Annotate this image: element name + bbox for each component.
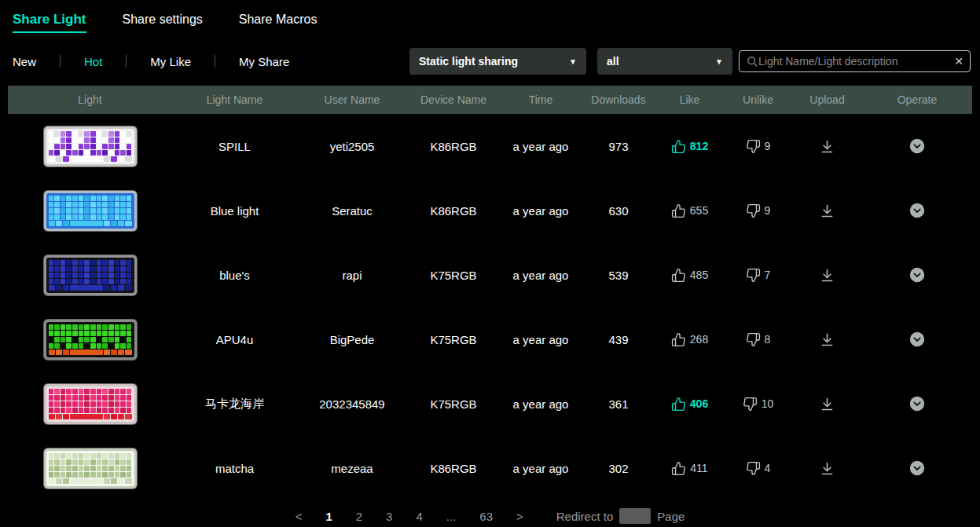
col-downloads: Downloads: [582, 93, 655, 106]
download-button[interactable]: [792, 267, 862, 284]
app-root: Share Light Share settings Share Macros …: [0, 0, 980, 524]
chevron-circle-icon: [908, 202, 926, 219]
device-name: K86RGB: [407, 462, 500, 475]
operate-button[interactable]: [862, 137, 972, 155]
light-type-dropdown[interactable]: Static light sharing ▼: [409, 48, 586, 75]
unlike-cell[interactable]: 8: [724, 332, 792, 347]
chevron-circle-icon: [908, 266, 926, 284]
unlike-count: 7: [765, 269, 771, 281]
filter-my-share[interactable]: My Share: [239, 55, 289, 68]
time: a year ago: [500, 269, 582, 282]
chevron-circle-icon: [908, 459, 926, 477]
light-name: Blue light: [172, 204, 297, 218]
keyboard-thumbnail[interactable]: [8, 255, 172, 295]
col-device-name: Device Name: [407, 93, 500, 106]
download-button[interactable]: [792, 331, 862, 348]
time: a year ago: [500, 462, 582, 475]
like-cell[interactable]: 812: [655, 139, 724, 154]
operate-button[interactable]: [862, 395, 972, 412]
device-value: all: [607, 55, 619, 68]
redirect-page-input[interactable]: [619, 508, 651, 524]
unlike-cell[interactable]: 7: [724, 268, 792, 283]
time: a year ago: [500, 333, 582, 346]
download-button[interactable]: [792, 396, 862, 412]
redirect-label: Redirect to: [556, 510, 614, 523]
page-2[interactable]: 2: [356, 510, 362, 523]
download-button[interactable]: [792, 460, 862, 477]
col-time: Time: [500, 93, 582, 106]
search-input[interactable]: [758, 55, 949, 68]
thumbs-up-icon: [671, 203, 686, 218]
light-name: APU4u: [172, 333, 297, 346]
keyboard-thumbnail[interactable]: [8, 191, 172, 231]
like-cell[interactable]: 485: [655, 268, 724, 283]
like-cell[interactable]: 406: [655, 397, 724, 412]
unlike-count: 8: [765, 333, 771, 346]
unlike-count: 9: [765, 204, 771, 217]
page-1[interactable]: 1: [325, 510, 332, 523]
chevron-circle-icon: [908, 331, 926, 348]
chevron-down-icon: ▼: [715, 57, 723, 66]
like-count: 411: [690, 462, 707, 474]
downloads-count: 439: [582, 333, 655, 346]
page-4[interactable]: 4: [416, 510, 422, 523]
download-button[interactable]: [792, 203, 862, 219]
thumbs-up-icon: [671, 268, 686, 283]
light-type-value: Static light sharing: [419, 55, 518, 68]
tab-share-settings[interactable]: Share settings: [123, 13, 203, 27]
like-cell[interactable]: 655: [655, 203, 724, 218]
like-cell[interactable]: 268: [655, 332, 724, 347]
unlike-cell[interactable]: 4: [724, 461, 792, 476]
time: a year ago: [500, 140, 582, 153]
page-3[interactable]: 3: [386, 510, 392, 523]
next-page-button[interactable]: >: [516, 510, 523, 523]
user-name: mezeaa: [297, 462, 407, 475]
prev-page-button[interactable]: <: [295, 510, 303, 523]
keyboard-thumbnail[interactable]: [8, 320, 172, 360]
chevron-circle-icon: [908, 137, 926, 155]
downloads-count: 630: [582, 204, 655, 218]
unlike-count: 10: [762, 397, 774, 410]
download-button[interactable]: [792, 138, 862, 155]
unlike-cell[interactable]: 10: [724, 397, 792, 412]
keyboard-thumbnail[interactable]: [8, 448, 172, 489]
tab-share-macros[interactable]: Share Macros: [239, 13, 317, 27]
table-row: blue's rapi K75RGB a year ago 539 485 7: [8, 243, 972, 307]
clear-search-icon[interactable]: ✕: [949, 55, 963, 68]
operate-button[interactable]: [862, 331, 972, 348]
device-name: K86RGB: [407, 204, 500, 218]
device-name: K86RGB: [407, 140, 500, 153]
like-cell[interactable]: 411: [655, 461, 724, 476]
downloads-count: 302: [582, 462, 655, 475]
download-icon: [819, 267, 835, 284]
filter-hot[interactable]: Hot: [84, 55, 102, 68]
redirect-group: Redirect to Page: [556, 508, 685, 524]
operate-button[interactable]: [862, 459, 972, 477]
table-body: SPILL yeti2505 K86RGB a year ago 973 812…: [8, 114, 972, 500]
thumbs-down-icon: [746, 268, 761, 283]
page-ellipsis: ...: [446, 510, 457, 523]
downloads-count: 973: [582, 140, 655, 153]
user-name: Seratuc: [297, 204, 407, 218]
unlike-cell[interactable]: 9: [724, 139, 792, 154]
filter-new[interactable]: New: [13, 55, 36, 68]
light-name: blue's: [172, 269, 297, 282]
thumbs-down-icon: [746, 332, 761, 347]
keyboard-thumbnail[interactable]: [8, 126, 172, 167]
thumbs-up-icon: [671, 461, 686, 476]
device-name: K75RGB: [407, 397, 500, 411]
page-63[interactable]: 63: [479, 510, 493, 523]
user-name: rapi: [297, 269, 407, 282]
search-icon: [746, 55, 758, 68]
unlike-count: 4: [765, 462, 771, 474]
thumbs-up-icon: [671, 397, 686, 412]
chevron-down-icon: ▼: [569, 57, 577, 66]
operate-button[interactable]: [862, 266, 972, 284]
operate-button[interactable]: [862, 202, 972, 219]
col-like: Like: [655, 93, 724, 106]
filter-my-like[interactable]: My Like: [150, 55, 191, 68]
keyboard-thumbnail[interactable]: [8, 384, 172, 424]
tab-share-light[interactable]: Share Light: [13, 12, 86, 33]
device-dropdown[interactable]: all ▼: [597, 48, 732, 75]
unlike-cell[interactable]: 9: [724, 203, 792, 218]
